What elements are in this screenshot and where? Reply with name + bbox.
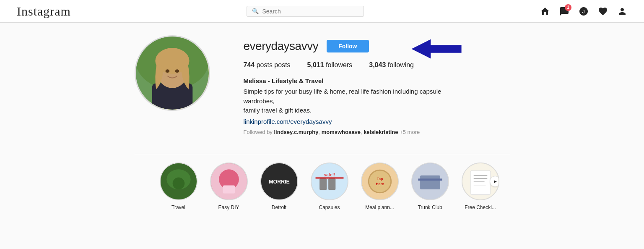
story-item[interactable]: Easy DIY bbox=[210, 163, 248, 210]
username: everydaysavvy bbox=[244, 39, 319, 53]
story-circle-diy bbox=[210, 163, 248, 200]
story-circle-capsules: sale!! bbox=[311, 163, 348, 200]
nav-icons: 1 bbox=[540, 6, 627, 16]
followers-stat[interactable]: 5,011 followers bbox=[307, 61, 353, 69]
search-bar[interactable]: 🔍 bbox=[247, 6, 364, 17]
svg-rect-15 bbox=[223, 185, 235, 193]
stats-row: 744 posts posts 5,011 followers 3,043 fo… bbox=[244, 61, 510, 69]
messages-badge: 1 bbox=[565, 4, 571, 11]
svg-point-7 bbox=[165, 69, 169, 73]
svg-text:MORRIE: MORRIE bbox=[269, 178, 290, 184]
svg-text:sale!!: sale!! bbox=[324, 172, 335, 177]
avatar-image bbox=[136, 35, 209, 111]
story-label-travel: Travel bbox=[171, 204, 185, 210]
stories-next-button[interactable]: ▸ bbox=[490, 176, 499, 187]
story-item[interactable]: ▸ Free Checkl... bbox=[462, 163, 499, 210]
story-label-detroit: Detroit bbox=[272, 204, 286, 210]
arrow-icon bbox=[411, 37, 462, 60]
avatar bbox=[135, 35, 210, 111]
story-label-checklist: Free Checkl... bbox=[465, 204, 496, 210]
svg-rect-31 bbox=[470, 170, 491, 194]
story-label-diy: Easy DIY bbox=[218, 204, 239, 210]
svg-rect-22 bbox=[315, 177, 343, 178]
svg-rect-29 bbox=[418, 178, 442, 181]
explore-icon[interactable] bbox=[579, 6, 589, 16]
bio-text: Simple tips for your busy life & home, r… bbox=[244, 87, 453, 115]
story-label-meal: Meal plann... bbox=[365, 204, 394, 210]
story-circle-meal: TapHere bbox=[361, 163, 399, 200]
story-item[interactable]: TapHere Meal plann... bbox=[361, 163, 399, 210]
posts-count: 744 bbox=[244, 61, 255, 68]
story-item[interactable]: Trunk Club bbox=[411, 163, 449, 210]
main-content: everydaysavvy Follow 744 posts posts bbox=[126, 23, 518, 210]
following-count: 3,043 bbox=[369, 61, 386, 68]
story-circle-trunk bbox=[411, 163, 449, 200]
profile-section: everydaysavvy Follow 744 posts posts bbox=[135, 35, 510, 135]
svg-point-8 bbox=[175, 69, 179, 73]
story-circle-travel bbox=[160, 163, 197, 200]
messages-icon[interactable]: 1 bbox=[559, 6, 569, 16]
profile-info: everydaysavvy Follow 744 posts posts bbox=[244, 35, 510, 135]
follow-button[interactable]: Follow bbox=[327, 40, 369, 52]
svg-rect-21 bbox=[328, 178, 335, 190]
followers-label: followers bbox=[326, 61, 352, 68]
story-circle-detroit: MORRIE bbox=[260, 163, 298, 200]
bio-name: Melissa - Lifestyle & Travel bbox=[244, 77, 510, 84]
profile-header-row: everydaysavvy Follow bbox=[244, 39, 510, 53]
posts-label: posts bbox=[257, 61, 273, 68]
followers-count: 5,011 bbox=[307, 61, 324, 68]
likes-icon[interactable] bbox=[598, 6, 608, 16]
instagram-logo: Instagram bbox=[17, 4, 71, 18]
stories-section: Travel Easy DIY MORRIE Detroit sale!! bbox=[135, 154, 510, 210]
story-circle-checklist: ▸ bbox=[462, 163, 499, 200]
search-icon: 🔍 bbox=[252, 8, 259, 14]
story-item[interactable]: Travel bbox=[160, 163, 197, 210]
header: Instagram 🔍 1 bbox=[0, 0, 644, 23]
followed-by: Followed by lindsey.c.murphy, momswhosav… bbox=[244, 129, 510, 135]
stories-list: Travel Easy DIY MORRIE Detroit sale!! bbox=[160, 163, 499, 210]
search-input[interactable] bbox=[262, 8, 358, 15]
svg-text:Here: Here bbox=[376, 181, 384, 186]
svg-rect-20 bbox=[319, 178, 327, 190]
svg-text:Tap: Tap bbox=[377, 177, 383, 181]
svg-point-12 bbox=[172, 177, 184, 189]
posts-stat: 744 posts posts bbox=[244, 61, 291, 69]
home-icon[interactable] bbox=[540, 6, 550, 16]
story-label-capsules: Capsules bbox=[319, 204, 340, 210]
svg-rect-28 bbox=[420, 175, 440, 189]
story-item[interactable]: sale!! Capsules bbox=[311, 163, 348, 210]
arrow-annotation bbox=[411, 37, 462, 60]
story-label-trunk: Trunk Club bbox=[418, 204, 442, 210]
avatar-wrapper bbox=[135, 35, 210, 111]
bio-link[interactable]: linkinprofile.com/everydaysavvy bbox=[244, 118, 332, 125]
profile-icon[interactable] bbox=[617, 6, 627, 16]
svg-marker-9 bbox=[411, 39, 461, 59]
following-stat[interactable]: 3,043 following bbox=[369, 61, 414, 69]
story-item[interactable]: MORRIE Detroit bbox=[260, 163, 298, 210]
following-label: following bbox=[388, 61, 414, 68]
